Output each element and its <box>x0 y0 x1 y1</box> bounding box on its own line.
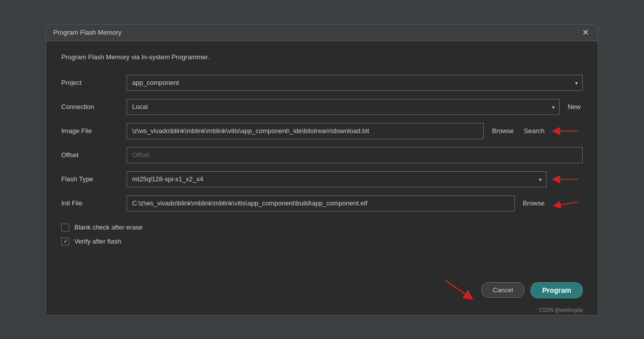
project-row: Project app_component ▾ <box>61 75 583 91</box>
arrow-init-file <box>553 197 583 209</box>
arrow-flash-type <box>553 173 583 185</box>
connection-row: Connection Local ▾ New <box>61 99 583 115</box>
checkboxes-area: Blank check after erase ✓ Verify after f… <box>61 223 583 246</box>
program-button[interactable]: Program <box>530 282 583 298</box>
image-file-control: Browse Search <box>127 123 583 139</box>
flash-type-row: Flash Type mt25ql128-spi-x1_x2_x4 ▾ <box>61 171 583 187</box>
image-file-search-button[interactable]: Search <box>522 127 547 135</box>
blank-check-label: Blank check after erase <box>74 223 143 231</box>
connection-label: Connection <box>61 103 127 110</box>
init-file-label: Init File <box>61 199 127 207</box>
blank-check-row: Blank check after erase <box>61 223 583 232</box>
dialog-content: Program Flash Memory via In-system Progr… <box>46 41 598 270</box>
dialog-title: Program Flash Memory <box>53 29 122 36</box>
close-button[interactable]: ✕ <box>580 29 591 37</box>
image-file-input[interactable] <box>127 123 484 139</box>
arrow-program <box>440 278 480 303</box>
arrow-image-file <box>553 125 583 137</box>
blank-check-checkbox[interactable] <box>61 223 69 232</box>
connection-select[interactable]: Local <box>127 99 560 115</box>
project-select[interactable]: app_component <box>127 75 583 91</box>
verify-checkbox[interactable]: ✓ <box>61 238 69 246</box>
image-file-row: Image File Browse Search <box>61 123 583 139</box>
project-control: app_component ▾ <box>127 75 583 91</box>
dialog-footer: Cancel Program <box>46 270 598 315</box>
svg-line-2 <box>557 202 578 205</box>
offset-label: Offset <box>61 151 127 159</box>
flash-type-control: mt25ql128-spi-x1_x2_x4 ▾ <box>127 171 583 187</box>
flash-type-select[interactable]: mt25ql128-spi-x1_x2_x4 <box>127 171 547 187</box>
watermark: CSDN @weifengdq <box>539 307 583 313</box>
offset-control <box>127 147 583 163</box>
dialog-titlebar: Program Flash Memory ✕ <box>46 25 598 41</box>
verify-label: Verify after flash <box>74 238 121 245</box>
dialog-subtitle: Program Flash Memory via In-system Progr… <box>61 53 583 61</box>
offset-input[interactable] <box>127 147 583 163</box>
verify-row: ✓ Verify after flash <box>61 238 583 246</box>
project-select-wrapper: app_component ▾ <box>127 75 583 91</box>
image-file-label: Image File <box>61 127 127 135</box>
image-file-browse-button[interactable]: Browse <box>490 127 515 135</box>
new-connection-button[interactable]: New <box>566 103 583 110</box>
verify-checkmark: ✓ <box>63 238 68 245</box>
offset-row: Offset <box>61 147 583 163</box>
connection-select-wrapper: Local ▾ <box>127 99 560 115</box>
svg-line-3 <box>445 280 469 297</box>
init-file-row: Init File Browse <box>61 195 583 211</box>
init-file-browse-button[interactable]: Browse <box>521 199 547 207</box>
init-file-control: Browse <box>127 195 583 211</box>
flash-type-select-wrapper: mt25ql128-spi-x1_x2_x4 ▾ <box>127 171 547 187</box>
cancel-button[interactable]: Cancel <box>481 282 524 298</box>
flash-type-label: Flash Type <box>61 175 127 183</box>
connection-control: Local ▾ New <box>127 99 583 115</box>
project-label: Project <box>61 79 127 86</box>
program-flash-dialog: Program Flash Memory ✕ Program Flash Mem… <box>46 24 598 315</box>
init-file-input[interactable] <box>127 195 515 211</box>
